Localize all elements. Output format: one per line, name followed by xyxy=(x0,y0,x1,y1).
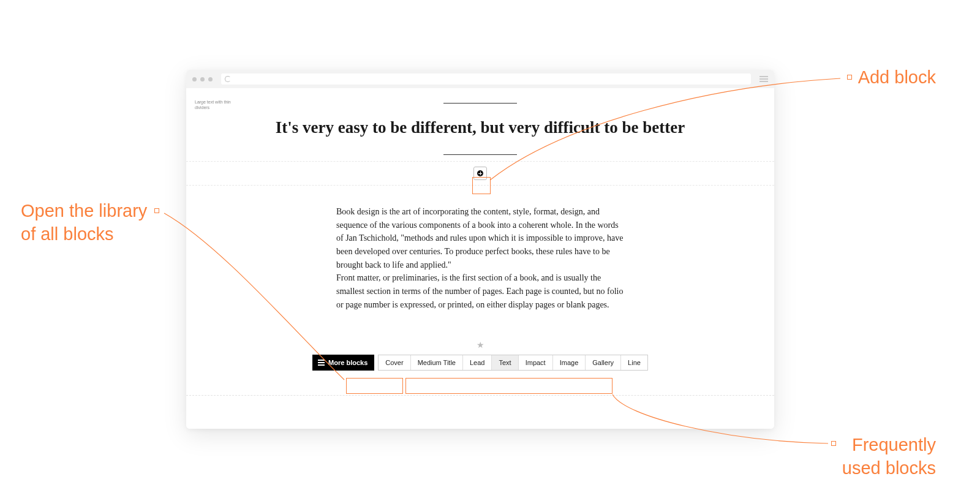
browser-window: Large text with thin dividers It's very … xyxy=(186,70,774,429)
list-icon xyxy=(318,360,325,366)
editor-canvas: Large text with thin dividers It's very … xyxy=(186,88,774,429)
plus-icon xyxy=(477,170,483,176)
annotation-open-library: Open the library of all blocks xyxy=(21,200,147,246)
traffic-light-dot xyxy=(208,77,213,81)
paragraph: Front matter, or preliminaries, is the f… xyxy=(336,271,624,311)
traffic-light-dot xyxy=(192,77,197,81)
more-blocks-label: More blocks xyxy=(328,359,368,366)
more-blocks-button[interactable]: More blocks xyxy=(312,355,374,371)
paragraph: Book design is the art of incorporating … xyxy=(336,205,624,271)
bottom-divider xyxy=(186,395,774,396)
menu-icon[interactable] xyxy=(760,76,768,82)
body-text-block[interactable]: Book design is the art of incorporating … xyxy=(336,205,624,312)
add-block-row xyxy=(186,161,774,186)
quick-block-medium-title[interactable]: Medium Title xyxy=(411,355,463,370)
quick-block-cover[interactable]: Cover xyxy=(379,355,410,370)
browser-chrome xyxy=(186,70,774,88)
headline-text[interactable]: It's very easy to be different, but very… xyxy=(266,118,695,137)
block-toolbar: More blocks CoverMedium TitleLeadTextImp… xyxy=(186,355,774,371)
traffic-light-dot xyxy=(200,77,205,81)
annotation-marker xyxy=(154,208,159,213)
quick-block-line[interactable]: Line xyxy=(621,355,647,370)
divider-top xyxy=(443,103,517,104)
quick-block-gallery[interactable]: Gallery xyxy=(586,355,621,370)
reload-icon[interactable] xyxy=(225,76,231,82)
annotation-frequently-used: Frequently used blocks xyxy=(842,434,936,480)
block-description: Large text with thin dividers xyxy=(195,99,238,110)
annotation-marker xyxy=(831,441,836,446)
quick-block-lead[interactable]: Lead xyxy=(463,355,492,370)
add-block-button[interactable] xyxy=(473,167,487,180)
star-icon: ★ xyxy=(186,340,774,350)
divider-bottom xyxy=(443,154,517,155)
quick-block-impact[interactable]: Impact xyxy=(519,355,553,370)
quick-blocks-row: CoverMedium TitleLeadTextImpactImageGall… xyxy=(378,355,648,371)
annotation-add-block: Add block xyxy=(858,67,936,88)
annotation-marker xyxy=(847,75,852,80)
quick-block-image[interactable]: Image xyxy=(553,355,586,370)
url-bar[interactable] xyxy=(221,74,751,85)
quick-block-text[interactable]: Text xyxy=(492,355,518,370)
